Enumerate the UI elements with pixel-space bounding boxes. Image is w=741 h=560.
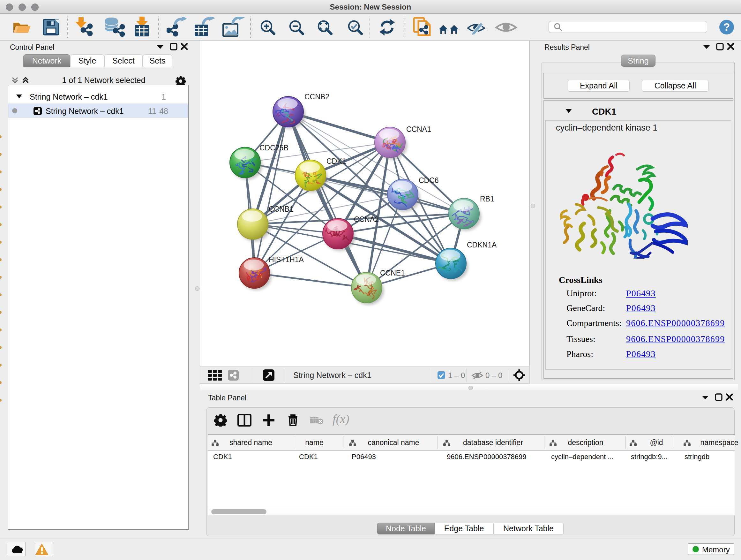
svg-text:CDC6: CDC6 xyxy=(419,176,439,185)
svg-text:CDC25B: CDC25B xyxy=(259,144,288,152)
svg-text:RB1: RB1 xyxy=(480,195,494,203)
svg-text:CCNA2: CCNA2 xyxy=(354,215,379,224)
svg-text:HIST1H1A: HIST1H1A xyxy=(269,255,304,264)
svg-text:CCNE1: CCNE1 xyxy=(380,269,405,277)
svg-text:CCNB2: CCNB2 xyxy=(305,92,329,101)
svg-text:CCNA1: CCNA1 xyxy=(406,125,431,133)
svg-text:?: ? xyxy=(724,21,730,33)
svg-text:CCNB1: CCNB1 xyxy=(269,205,293,213)
svg-text:CDK1: CDK1 xyxy=(327,157,346,165)
svg-text:CDKN1A: CDKN1A xyxy=(467,241,497,249)
